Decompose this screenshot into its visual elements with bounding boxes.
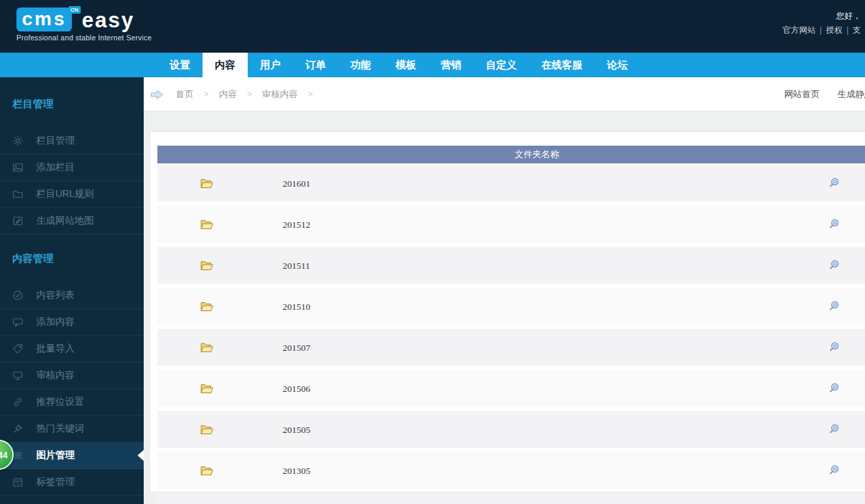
breadcrumb-content[interactable]: 内容: [219, 88, 237, 101]
sidebar-item-label: 生成网站地图: [36, 215, 94, 227]
sidebar-item-label: 栏目URL规则: [36, 188, 94, 200]
table-row[interactable]: 201601: [157, 165, 865, 202]
breadcrumb-arrow-icon: [151, 90, 164, 100]
main-nav: 设置 内容 用户 订单 功能 模板 营销 自定义 在线客服 论坛: [0, 53, 865, 77]
table-row[interactable]: 201511: [157, 247, 865, 284]
magnifier-icon[interactable]: [828, 300, 840, 312]
folder-name-link[interactable]: 201511: [283, 261, 310, 271]
logo-cms-text: cms: [16, 8, 72, 31]
generate-static-link[interactable]: 生成静态: [838, 88, 865, 101]
logo-cn-badge: CN: [68, 6, 81, 14]
tab-templates[interactable]: 模板: [383, 53, 428, 77]
sidebar-item-column-manage[interactable]: 栏目管理: [0, 128, 144, 155]
sidebar-item-label: 推荐位设置: [36, 396, 84, 408]
breadcrumb: 首页 > 内容 > 审核内容 >: [151, 77, 323, 111]
tab-content[interactable]: 内容: [203, 53, 248, 81]
comment-icon: [12, 317, 23, 328]
sitemap-icon: [12, 215, 23, 226]
sidebar-item-review-content[interactable]: 审核内容: [0, 362, 144, 389]
table-row[interactable]: 201506: [157, 370, 865, 407]
folder-name-link[interactable]: 201506: [283, 384, 311, 395]
tag-icon: [12, 343, 23, 354]
magnifier-icon[interactable]: [828, 423, 840, 435]
breadcrumb-bar: 首页 > 内容 > 审核内容 > 网站首页 生成静态: [144, 77, 865, 111]
content-card: 文件夹名称 201601 201512 201511 201510 201507: [149, 131, 865, 492]
sidebar-item-column-url-rules[interactable]: 栏目URL规则: [0, 181, 144, 208]
sidebar-item-recommend-position[interactable]: 推荐位设置: [0, 389, 144, 416]
sidebar-item-hot-keywords[interactable]: 热门关键词: [0, 416, 144, 442]
tab-custom[interactable]: 自定义: [474, 53, 529, 77]
sidebar-item-label: 图片管理: [36, 449, 75, 462]
gallery-icon: [12, 450, 23, 461]
tab-marketing[interactable]: 营销: [428, 53, 474, 77]
sidebar-item-add-content[interactable]: 添加内容: [0, 309, 144, 336]
calendar-icon: [12, 477, 23, 488]
table-row[interactable]: 201512: [157, 206, 865, 243]
folder-icon: [201, 425, 214, 435]
breadcrumb-separator: >: [204, 90, 209, 99]
payment-link[interactable]: 支: [853, 25, 861, 35]
sidebar-item-image-manage[interactable]: 图片管理: [0, 442, 144, 469]
table-header-folder-name: 文件夹名称: [157, 146, 865, 163]
table-row[interactable]: 201305: [157, 452, 865, 489]
sidebar-item-generate-sitemap[interactable]: 生成网站地图: [0, 208, 144, 235]
logo-easy-text: easy: [82, 9, 135, 31]
tab-forum[interactable]: 论坛: [595, 53, 640, 77]
sidebar-item-label: 添加栏目: [36, 161, 75, 174]
sidebar-item-tag-manage[interactable]: 标签管理: [0, 469, 144, 496]
tab-features[interactable]: 功能: [338, 53, 383, 77]
breadcrumb-review-content[interactable]: 审核内容: [262, 88, 298, 101]
sidebar-item-add-column[interactable]: 添加栏目: [0, 155, 144, 181]
tab-orders[interactable]: 订单: [293, 53, 338, 77]
check-circle-icon: [12, 290, 23, 301]
folder-name-link[interactable]: 201305: [283, 466, 311, 477]
folder-icon: [201, 178, 214, 189]
license-link[interactable]: 授权: [826, 25, 842, 35]
folder-name-link[interactable]: 201507: [283, 343, 311, 354]
folder-icon: [201, 220, 214, 230]
breadcrumb-separator: >: [308, 90, 313, 99]
magnifier-icon[interactable]: [828, 341, 840, 353]
sidebar-item-label: 审核内容: [36, 369, 75, 382]
folder-icon: [201, 384, 214, 394]
sidebar-item-content-list[interactable]: 内容列表: [0, 282, 144, 309]
gear-icon: [12, 135, 23, 146]
folder-icon: [201, 261, 214, 271]
folder-name-link[interactable]: 201505: [283, 425, 311, 436]
sidebar-item-label: 栏目管理: [36, 135, 75, 147]
magnifier-icon[interactable]: [828, 218, 840, 230]
sidebar: 栏目管理 栏目管理 添加栏目 栏目URL规则 生成网站地图 内容管理 内容列表 …: [0, 77, 144, 504]
magnifier-icon[interactable]: [828, 464, 840, 476]
cmseasy-logo[interactable]: cms CN easy Professional and stable Inte…: [16, 6, 152, 42]
table-row[interactable]: 201510: [157, 288, 865, 325]
folder-name-link[interactable]: 201512: [283, 220, 311, 230]
table-row-partial: [157, 493, 865, 504]
magnifier-icon[interactable]: [828, 382, 840, 394]
tab-online-service[interactable]: 在线客服: [529, 53, 595, 77]
sidebar-item-label: 热门关键词: [36, 423, 84, 435]
monitor-icon: [12, 370, 23, 381]
link-separator: |: [847, 25, 849, 35]
folder-icon: [201, 302, 214, 312]
topbar-links: 官方网站|授权|支: [783, 23, 861, 38]
table-row[interactable]: 201505: [157, 411, 865, 448]
sidebar-section-content-mgmt: 内容管理: [12, 250, 144, 267]
sidebar-item-label: 批量导入: [36, 343, 75, 355]
folder-icon: [12, 189, 23, 200]
folder-name-link[interactable]: 201510: [283, 302, 311, 313]
magnifier-icon[interactable]: [828, 259, 840, 271]
folder-name-link[interactable]: 201601: [283, 178, 311, 189]
magnifier-icon[interactable]: [828, 177, 840, 189]
folder-icon: [201, 343, 214, 353]
breadcrumb-actions: 网站首页 生成静态: [766, 77, 865, 111]
table-row[interactable]: 201507: [157, 329, 865, 366]
top-bar: cms CN easy Professional and stable Inte…: [0, 0, 865, 53]
tab-users[interactable]: 用户: [248, 53, 293, 77]
official-site-link[interactable]: 官方网站: [783, 25, 816, 35]
tab-settings[interactable]: 设置: [157, 53, 203, 77]
site-home-link[interactable]: 网站首页: [784, 88, 820, 101]
sidebar-item-batch-import[interactable]: 批量导入: [0, 336, 144, 362]
image-icon: [12, 162, 23, 173]
breadcrumb-home[interactable]: 首页: [176, 88, 194, 101]
user-info: 您好， 官方网站|授权|支: [783, 9, 861, 38]
